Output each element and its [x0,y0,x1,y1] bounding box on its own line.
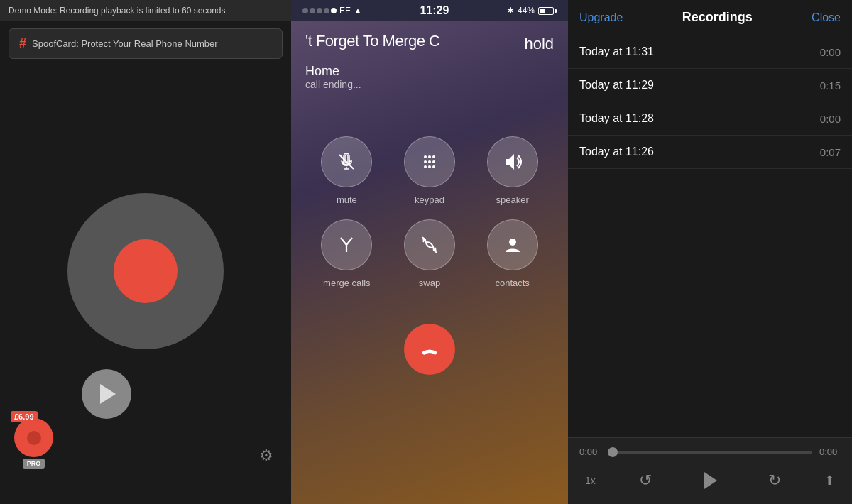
status-bar: EE ▲ 11:29 ✱ 44% [291,0,568,21]
recording-item[interactable]: Today at 11:29 0:15 [568,69,852,102]
call1-info: 't Forget To Merge C [305,32,439,50]
play-triangle-icon [704,472,717,489]
call2-status: call ending... [305,79,554,90]
recording-time: Today at 11:28 [579,112,654,125]
playback-speed-button[interactable]: 1x [585,475,596,486]
merge-calls-button[interactable]: merge calls [312,219,381,288]
skip-forward-button[interactable]: ↻ [768,471,781,490]
settings-button[interactable]: ⚙ [259,447,273,465]
status-right: ✱ 44% [507,6,557,16]
mic-off-icon [335,150,358,173]
svg-point-1 [424,155,427,158]
recording-time: Today at 11:29 [579,79,654,92]
call-background: 't Forget To Merge C hold Home call endi… [291,21,568,504]
keypad-circle [404,136,455,187]
hold-label: hold [524,32,554,53]
merge-icon [335,234,358,256]
player-area: 0:00 0:00 1x ↺ ↻ ⬆ [568,437,852,504]
end-time: 0:00 [819,447,841,457]
signal-dot-1 [302,8,308,13]
mute-label: mute [337,195,357,205]
price-circle: £6.99 [14,418,53,457]
recording-duration: 0:15 [820,80,841,92]
middle-panel: EE ▲ 11:29 ✱ 44% 't Forget To Merge C ho… [291,0,568,504]
spoof-text: SpoofCard: Protect Your Real Phone Numbe… [32,38,218,49]
price-label: £6.99 [11,411,38,422]
pro-badge: PRO [23,459,45,469]
svg-point-5 [428,160,431,163]
svg-point-2 [428,155,431,158]
merge-calls-label: merge calls [323,278,370,288]
speaker-button[interactable]: speaker [478,136,547,205]
contacts-icon [501,234,524,256]
status-time: 11:29 [420,4,449,17]
signal-dot-4 [324,8,329,13]
recording-time: Today at 11:26 [579,146,654,158]
end-call-button[interactable] [404,324,455,375]
keypad-label: keypad [415,195,444,205]
record-button[interactable] [67,193,224,349]
svg-point-6 [432,160,435,163]
spoof-card[interactable]: # SpoofCard: Protect Your Real Phone Num… [9,28,283,59]
recording-item[interactable]: Today at 11:31 0:00 [568,35,852,69]
battery-percent: 44% [518,6,535,16]
right-panel: Upgrade Recordings Close Today at 11:31 … [568,0,852,504]
battery-icon [538,7,557,15]
recording-time: Today at 11:31 [579,45,654,58]
svg-point-4 [424,160,427,163]
call-controls-grid: mute keypad [291,122,568,302]
price-dot [27,431,41,445]
contacts-label: contacts [495,278,529,288]
bluetooth-icon: ✱ [507,6,514,16]
call2-name: Home [305,64,554,79]
signal-dot-5 [331,8,337,13]
upgrade-button[interactable]: Upgrade [579,11,623,24]
speaker-circle [487,136,538,187]
recording-duration: 0:00 [820,113,841,125]
share-button[interactable]: ⬆ [824,473,835,488]
end-call-area [291,309,568,389]
end-call-icon [417,336,442,362]
skip-back-button[interactable]: ↺ [639,471,652,490]
contacts-circle [487,219,538,270]
player-play-button[interactable] [695,466,725,495]
recording-duration: 0:07 [820,146,841,158]
carrier-label: EE [339,6,351,16]
svg-point-10 [509,239,516,246]
close-button[interactable]: Close [812,11,841,24]
call2-info: Home call ending... [291,60,568,101]
demo-banner: Demo Mode: Recording playback is limited… [0,0,291,21]
signal-dot-3 [317,8,322,13]
progress-thumb[interactable] [608,447,618,457]
recording-item[interactable]: Today at 11:28 0:00 [568,102,852,136]
recordings-header: Upgrade Recordings Close [568,0,852,35]
recording-item[interactable]: Today at 11:26 0:07 [568,136,852,169]
svg-point-3 [432,155,435,158]
current-time: 0:00 [579,447,601,457]
recordings-title: Recordings [682,10,753,25]
player-controls: 1x ↺ ↻ ⬆ [579,466,841,495]
record-dot [114,239,178,303]
recordings-list: Today at 11:31 0:00 Today at 11:29 0:15 … [568,35,852,437]
signal-dots [302,8,337,13]
swap-circle [404,219,455,270]
wifi-icon: ▲ [354,6,362,16]
hash-icon: # [19,36,26,51]
signal-dot-2 [310,8,315,13]
mute-circle [321,136,372,187]
mute-button[interactable]: mute [312,136,381,205]
record-area: £6.99 PRO ⚙ [0,66,291,504]
left-panel: Demo Mode: Recording playback is limited… [0,0,291,504]
call1-name: 't Forget To Merge C [305,32,439,50]
contacts-button[interactable]: contacts [478,219,547,288]
price-badge[interactable]: £6.99 PRO [14,418,53,469]
keypad-button[interactable]: keypad [395,136,464,205]
play-button[interactable] [82,369,131,419]
call-info-row: 't Forget To Merge C hold [291,21,568,60]
svg-point-7 [424,165,427,168]
speaker-icon [501,150,524,173]
swap-button[interactable]: swap [395,219,464,288]
progress-track[interactable] [608,451,812,454]
recording-duration: 0:00 [820,46,841,58]
merge-circle [321,219,372,270]
